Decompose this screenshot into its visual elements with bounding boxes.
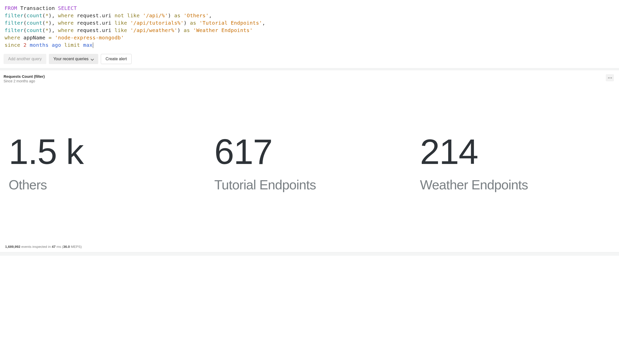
events-count: 1,689,992 bbox=[5, 245, 20, 249]
query-status-bar: 1,689,992 events inspected in 47 ms (36.… bbox=[4, 243, 615, 250]
result-subtitle: Since 2 months ago bbox=[4, 79, 45, 83]
recent-queries-dropdown[interactable]: Your recent queries bbox=[49, 54, 98, 64]
metric-value: 1.5 k bbox=[9, 134, 199, 170]
result-header: Requests Count (filter) Since 2 months a… bbox=[4, 74, 615, 83]
query-editor[interactable]: FROM Transaction SELECT filter(count(*),… bbox=[0, 0, 619, 51]
nrql-code[interactable]: FROM Transaction SELECT filter(count(*),… bbox=[5, 5, 614, 49]
metric-label: Others bbox=[9, 177, 199, 192]
recent-queries-label: Your recent queries bbox=[53, 57, 89, 61]
metric-value: 617 bbox=[214, 134, 405, 170]
table-name: Transaction bbox=[20, 5, 55, 11]
more-options-button[interactable] bbox=[606, 74, 614, 81]
metric-weather-endpoints: 214 Weather Endpoints bbox=[420, 134, 610, 192]
chevron-down-icon bbox=[91, 57, 94, 60]
metric-value: 214 bbox=[420, 134, 610, 170]
add-another-query-button[interactable]: Add another query bbox=[4, 54, 46, 64]
result-title: Requests Count (filter) bbox=[4, 74, 45, 79]
metric-label: Weather Endpoints bbox=[420, 177, 610, 192]
metric-tutorial-endpoints: 617 Tutorial Endpoints bbox=[214, 134, 405, 192]
metric-label: Tutorial Endpoints bbox=[214, 177, 405, 192]
create-alert-button[interactable]: Create alert bbox=[101, 54, 132, 64]
bottom-strip bbox=[0, 252, 619, 256]
kw-select: SELECT bbox=[58, 5, 77, 11]
billboard-chart: 1.5 k Others 617 Tutorial Endpoints 214 … bbox=[4, 83, 615, 243]
action-row: Add another query Your recent queries Cr… bbox=[0, 51, 619, 68]
metric-others: 1.5 k Others bbox=[9, 134, 199, 192]
text-cursor bbox=[93, 42, 93, 48]
panel-separator bbox=[0, 68, 619, 70]
fn-filter: filter bbox=[5, 12, 23, 19]
duration-ms: 47 bbox=[52, 245, 55, 249]
kw-from: FROM bbox=[5, 5, 17, 11]
result-panel: Requests Count (filter) Since 2 months a… bbox=[0, 70, 619, 252]
fn-count: count bbox=[26, 12, 42, 19]
meps-value: 36.0 bbox=[63, 245, 70, 249]
ellipsis-icon bbox=[608, 78, 612, 78]
